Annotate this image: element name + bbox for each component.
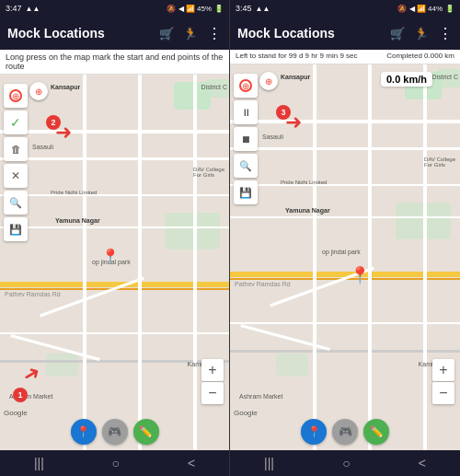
road-rv3	[423, 64, 427, 450]
left-map-toolbar: ⊕ ✓ 🗑 ✕ 🔍 💾	[4, 84, 28, 241]
right-nav-bar: ||| ○ <	[230, 450, 460, 476]
google-watermark-left: Google	[4, 409, 28, 417]
nav-back-right[interactable]: <	[404, 452, 441, 474]
left-nav-bar: ||| ○ <	[0, 450, 229, 476]
green-area-3	[165, 213, 220, 250]
nav-home-left[interactable]: ○	[98, 452, 134, 474]
nav-recent-right[interactable]: |||	[249, 452, 289, 474]
map-label-sasauli-right: Sasauli	[262, 134, 283, 140]
road-rv1	[313, 64, 316, 450]
speed-display-right: 0.0 km/h	[381, 72, 432, 87]
road-rv2	[368, 64, 372, 450]
save-toolbar-btn-left[interactable]: 💾	[4, 217, 28, 241]
search-toolbar-btn-right[interactable]: 🔍	[234, 154, 258, 178]
game-bottom-btn-right[interactable]: 🎮	[332, 419, 358, 445]
map-label-dav-left: DAV CollegeFor Girls	[193, 167, 224, 178]
left-status-icons: 🔕 ◀ 📶 45% 🔋	[167, 5, 224, 13]
zoom-out-left[interactable]: −	[201, 382, 224, 404]
search-icon-left: 🔍	[9, 197, 22, 209]
left-app-bar: Mock Locations 🛒 🏃 ⋮	[0, 17, 229, 50]
map-label-yamuna-left: Yamuna Nagar	[55, 217, 100, 224]
right-status-time: 3:45 ▲▲	[236, 4, 270, 13]
map-label-pride-right: Pride Nidhi Limited	[281, 180, 327, 185]
green-area-r4	[276, 354, 308, 377]
green-area-4	[46, 354, 78, 377]
search-icon-right: 🔍	[239, 160, 252, 172]
edit-bottom-btn-right[interactable]: ✏️	[363, 419, 389, 445]
nav-home-right[interactable]: ○	[328, 452, 364, 474]
left-status-bar: 3:47 ▲▲ 🔕 ◀ 📶 45% 🔋	[0, 0, 229, 17]
number-badge-1: 1	[13, 388, 28, 402]
right-phone-panel: 3:45 ▲▲ 🔕 ◀ 📶 44% 🔋 Mock Locations 🛒 🏃 ⋮…	[230, 0, 460, 476]
map-label-road-right: Pathev Ramdas Rd	[235, 281, 291, 287]
pin-bottom-btn-left[interactable]: 📍	[71, 419, 97, 445]
number-badge-2: 2	[46, 115, 61, 130]
game-bottom-btn-left[interactable]: 🎮	[102, 419, 128, 445]
gps-toolbar-btn-right[interactable]: ⊕	[234, 74, 258, 98]
google-watermark-right: Google	[234, 409, 258, 417]
map-label-sasauli-left: Sasauli	[32, 144, 53, 150]
right-bottom-toolbar: 📍 🎮 ✏️	[301, 419, 389, 445]
road-v2	[138, 75, 142, 450]
right-map-toolbar: ⊕ ⏸ ⏹ 🔍 💾	[234, 74, 258, 204]
left-phone-panel: 3:47 ▲▲ 🔕 ◀ 📶 45% 🔋 Mock Locations 🛒 🏃 ⋮…	[0, 0, 230, 476]
gps-map-icon-right: ⊕	[259, 72, 278, 90]
map-label-dav-right: DAV CollegeFor Girls	[424, 157, 455, 168]
left-app-icons: 🛒 🏃 ⋮	[159, 25, 222, 42]
pause-toolbar-btn-right[interactable]: ⏸	[234, 100, 258, 124]
road-v3	[193, 75, 197, 450]
number-badge-3: 3	[276, 105, 291, 120]
left-status-time: 3:47 ▲▲	[6, 4, 40, 13]
right-status-icons: 🔕 ◀ 📶 44% 🔋	[397, 5, 454, 13]
zoom-in-right[interactable]: +	[432, 359, 454, 381]
trash-icon-left: 🗑	[11, 144, 21, 155]
save-icon-left: 💾	[9, 224, 22, 236]
cart-icon-right[interactable]: 🛒	[390, 27, 405, 41]
cart-icon-left[interactable]: 🛒	[159, 27, 174, 41]
purple-pin-marker: 📍	[101, 248, 120, 265]
left-map[interactable]: Kansapur Sasauli DAV CollegeFor Girls Pr…	[0, 75, 229, 450]
map-label-road-left: Pathev Ramdas Rd	[5, 291, 61, 297]
nav-recent-left[interactable]: |||	[19, 452, 59, 474]
nav-back-left[interactable]: <	[173, 452, 210, 474]
map-label-district-left: District C	[201, 84, 227, 90]
save-toolbar-btn-right[interactable]: 💾	[234, 180, 258, 204]
left-zoom-controls: + −	[201, 359, 224, 404]
walk-icon-right[interactable]: 🏃	[414, 27, 429, 41]
zoom-out-right[interactable]: −	[432, 382, 454, 404]
check-toolbar-btn-left[interactable]: ✓	[4, 110, 28, 134]
save-icon-right: 💾	[239, 187, 252, 199]
pause-icon-right: ⏸	[241, 107, 251, 118]
left-instruction-bar: Long press on the map mark the start and…	[0, 50, 229, 75]
close-toolbar-btn-left[interactable]: ✕	[4, 164, 28, 188]
right-app-title: Mock Locations	[237, 26, 385, 41]
road-v1	[83, 75, 86, 450]
map-label-district-right: District C	[432, 74, 458, 80]
stop-toolbar-btn-right[interactable]: ⏹	[234, 127, 258, 151]
check-icon-left: ✓	[10, 115, 21, 130]
map-label-ashram-right: Ashram Market	[239, 393, 282, 400]
gps-icon-right: ⊕	[239, 79, 252, 92]
right-map[interactable]: Kansapur Sasauli DAV CollegeFor Girls Pr…	[230, 64, 460, 450]
menu-icon-right[interactable]: ⋮	[438, 25, 453, 42]
right-zoom-controls: + −	[432, 359, 454, 404]
edit-bottom-btn-left[interactable]: ✏️	[133, 419, 159, 445]
gps-circle-icon: ⊕	[9, 89, 22, 102]
right-status-bar: 3:45 ▲▲ 🔕 ◀ 📶 44% 🔋	[230, 0, 460, 17]
gps-map-icon-left: ⊕	[29, 82, 48, 100]
red-pin-marker: 📍	[350, 265, 370, 285]
search-toolbar-btn-left[interactable]: 🔍	[4, 191, 28, 215]
right-app-icons: 🛒 🏃 ⋮	[390, 25, 453, 42]
zoom-in-left[interactable]: +	[201, 359, 224, 381]
map-label-pride-left: Pride Nidhi Limited	[51, 190, 97, 195]
pin-bottom-btn-right[interactable]: 📍	[301, 419, 327, 445]
map-label-yamuna-right: Yamuna Nagar	[285, 207, 330, 214]
map-label-kansapur-right: Kansapur	[281, 74, 310, 80]
walk-icon-left[interactable]: 🏃	[183, 27, 198, 41]
left-bottom-toolbar: 📍 🎮 ✏️	[71, 419, 159, 445]
left-app-title: Mock Locations	[7, 26, 154, 41]
menu-icon-left[interactable]: ⋮	[207, 25, 222, 42]
close-icon-left: ✕	[11, 169, 20, 182]
gps-toolbar-btn-left[interactable]: ⊕	[4, 84, 28, 108]
trash-toolbar-btn-left[interactable]: 🗑	[4, 137, 28, 161]
